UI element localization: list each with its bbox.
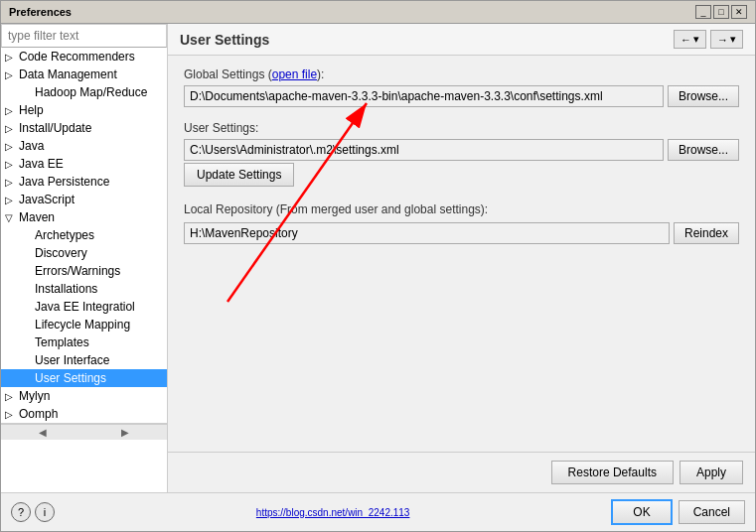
scroll-right-icon[interactable]: ▶ (84, 424, 168, 440)
sidebar-item-help[interactable]: ▷ Help (1, 101, 167, 119)
expand-arrow-icon: ▽ (5, 212, 17, 223)
back-button[interactable]: ← ▾ (674, 30, 706, 49)
scroll-left-icon[interactable]: ◀ (1, 424, 84, 440)
panel-footer: Restore Defaults Apply (168, 452, 755, 492)
sidebar-item-label: User Settings (35, 371, 106, 385)
help-question-button[interactable]: ? (11, 502, 31, 522)
back-icon: ← (680, 34, 691, 46)
sidebar-item-label: Installations (35, 282, 97, 296)
url-display: https://blog.csdn.net/win_2242.113 (61, 507, 605, 518)
global-settings-browse-button[interactable]: Browse... (668, 85, 739, 107)
sidebar-item-code-recommenders[interactable]: ▷ Code Recommenders (1, 48, 167, 66)
sidebar-item-java-ee[interactable]: ▷ Java EE (1, 155, 167, 173)
update-settings-button[interactable]: Update Settings (184, 163, 294, 187)
sidebar-item-java-ee-integration[interactable]: Java EE Integratiol (1, 298, 167, 316)
sidebar-item-label: Oomph (19, 407, 58, 421)
local-repo-label: Local Repository (From merged user and g… (184, 202, 739, 216)
expand-arrow-icon: ▷ (5, 123, 17, 134)
sidebar-item-discovery[interactable]: Discovery (1, 244, 167, 262)
sidebar-item-oomph[interactable]: ▷ Oomph (1, 405, 167, 423)
apply-button[interactable]: Apply (680, 461, 743, 484)
back-dropdown-icon: ▾ (693, 33, 699, 46)
forward-dropdown-icon: ▾ (730, 33, 736, 46)
sidebar-item-user-interface[interactable]: User Interface (1, 351, 167, 369)
local-repo-row: Reindex (184, 222, 739, 244)
sidebar-item-user-settings[interactable]: User Settings (1, 369, 167, 387)
panel-body: Global Settings (open file): Browse... U… (168, 56, 755, 452)
expand-arrow-icon: ▷ (5, 69, 17, 80)
global-settings-input[interactable] (184, 85, 664, 107)
cancel-button[interactable]: Cancel (679, 500, 745, 524)
reindex-button[interactable]: Reindex (674, 222, 739, 244)
sidebar-item-javascript[interactable]: ▷ JavaScript (1, 191, 167, 208)
sidebar-item-label: Java (19, 139, 44, 153)
expand-arrow-icon: ▷ (5, 177, 17, 188)
forward-icon: → (717, 34, 728, 46)
local-repo-section: Local Repository (From merged user and g… (184, 202, 739, 244)
sidebar-item-install-update[interactable]: ▷ Install/Update (1, 119, 167, 137)
sidebar-item-label: Archetypes (35, 228, 94, 242)
sidebar-item-label: Help (19, 103, 44, 117)
restore-defaults-button[interactable]: Restore Defaults (551, 461, 674, 484)
ok-button[interactable]: OK (611, 499, 672, 525)
expand-arrow-icon: ▷ (5, 409, 17, 420)
expand-arrow-icon: ▷ (5, 159, 17, 170)
sidebar-item-lifecycle-mapping[interactable]: Lifecycle Mapping (1, 316, 167, 333)
close-button[interactable]: ✕ (731, 5, 747, 19)
sidebar-item-label: Java Persistence (19, 175, 109, 189)
sidebar-item-installations[interactable]: Installations (1, 280, 167, 298)
global-settings-section: Global Settings (open file): Browse... (184, 67, 739, 107)
user-settings-browse-button[interactable]: Browse... (668, 139, 739, 161)
user-settings-section: User Settings: Browse... Update Settings (184, 121, 739, 187)
sidebar-item-templates[interactable]: Templates (1, 333, 167, 351)
window-controls: _ □ ✕ (695, 5, 747, 19)
sidebar-item-label: Java EE (19, 157, 64, 171)
sidebar-item-maven[interactable]: ▽ Maven (1, 208, 167, 226)
maximize-button[interactable]: □ (713, 5, 729, 19)
bottom-bar: ? i https://blog.csdn.net/win_2242.113 O… (1, 492, 755, 531)
expand-arrow-icon: ▷ (5, 391, 17, 402)
global-settings-label: Global Settings (open file): (184, 67, 739, 81)
main-content: ▷ Code Recommenders ▷ Data Management Ha… (1, 24, 755, 492)
minimize-button[interactable]: _ (695, 5, 711, 19)
panel-title: User Settings (180, 32, 269, 48)
user-settings-label: User Settings: (184, 121, 739, 135)
sidebar-item-label: Data Management (19, 67, 117, 81)
sidebar-item-java[interactable]: ▷ Java (1, 137, 167, 155)
sidebar-item-data-management[interactable]: ▷ Data Management (1, 66, 167, 83)
expand-arrow-icon: ▷ (5, 141, 17, 152)
sidebar-item-label: Install/Update (19, 121, 91, 135)
open-file-link[interactable]: open file (272, 67, 317, 81)
window-title: Preferences (9, 6, 72, 18)
sidebar-item-label: Templates (35, 335, 89, 349)
title-bar: Preferences _ □ ✕ (1, 1, 755, 24)
sidebar-item-label: Discovery (35, 246, 87, 260)
local-repo-input[interactable] (184, 222, 670, 244)
sidebar-item-label: Hadoop Map/Reduce (35, 85, 147, 99)
user-settings-input[interactable] (184, 139, 664, 161)
preferences-window: Preferences _ □ ✕ ▷ Code Recommenders ▷ … (0, 0, 756, 532)
expand-arrow-icon: ▷ (5, 195, 17, 205)
sidebar-item-mylyn[interactable]: ▷ Mylyn (1, 387, 167, 405)
global-settings-row: Browse... (184, 85, 739, 107)
sidebar-item-label: Mylyn (19, 389, 50, 403)
sidebar-item-errors-warnings[interactable]: Errors/Warnings (1, 262, 167, 280)
panel-header: User Settings ← ▾ → ▾ (168, 24, 755, 56)
panel-toolbar: ← ▾ → ▾ (674, 30, 743, 49)
forward-button[interactable]: → ▾ (710, 30, 743, 49)
sidebar-item-java-persistence[interactable]: ▷ Java Persistence (1, 173, 167, 191)
sidebar-item-label: Java EE Integratiol (35, 300, 135, 314)
sidebar-item-hadoop[interactable]: Hadoop Map/Reduce (1, 83, 167, 101)
sidebar-item-label: Code Recommenders (19, 50, 135, 64)
help-info-button[interactable]: i (35, 502, 55, 522)
user-settings-row: Browse... (184, 139, 739, 161)
sidebar-item-label: Lifecycle Mapping (35, 318, 130, 332)
expand-arrow-icon: ▷ (5, 52, 17, 63)
filter-input[interactable] (1, 24, 167, 48)
sidebar-item-label: Errors/Warnings (35, 264, 120, 278)
help-icons: ? i (11, 502, 55, 522)
sidebar-item-label: JavaScript (19, 193, 75, 206)
sidebar-item-label: User Interface (35, 353, 109, 367)
panel-wrapper: User Settings ← ▾ → ▾ Glob (168, 24, 755, 492)
sidebar-item-archetypes[interactable]: Archetypes (1, 226, 167, 244)
